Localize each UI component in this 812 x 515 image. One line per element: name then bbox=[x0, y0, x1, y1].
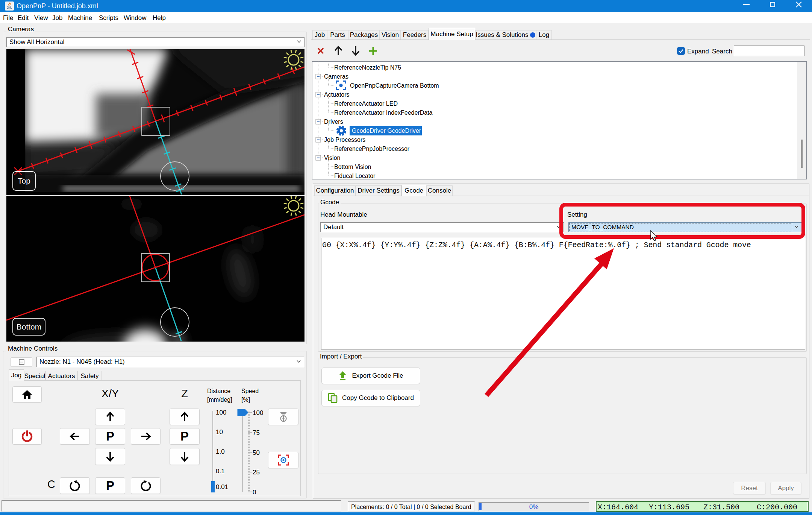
svg-text:ReferencePnpJobProcessor: ReferencePnpJobProcessor bbox=[334, 146, 410, 152]
svg-text:Cameras: Cameras bbox=[324, 73, 348, 80]
svg-text:ReferenceActuator IndexFeederD: ReferenceActuator IndexFeederData bbox=[334, 109, 433, 116]
svg-text:Job Processors: Job Processors bbox=[324, 137, 365, 143]
svg-text:Fiducal Locator: Fiducal Locator bbox=[334, 173, 376, 178]
svg-text:ReferenceActuator LED: ReferenceActuator LED bbox=[334, 100, 398, 107]
svg-text:Actuators: Actuators bbox=[324, 91, 350, 98]
svg-text:Bottom Vision: Bottom Vision bbox=[334, 164, 371, 170]
svg-text:GcodeDriver GcodeDriver: GcodeDriver GcodeDriver bbox=[352, 128, 421, 134]
svg-text:Vision: Vision bbox=[324, 155, 340, 161]
svg-text:OpenPnpCaptureCamera Bottom: OpenPnpCaptureCamera Bottom bbox=[350, 82, 439, 89]
svg-text:ReferenceNozzleTip N75: ReferenceNozzleTip N75 bbox=[334, 64, 401, 71]
svg-text:Drivers: Drivers bbox=[324, 118, 343, 125]
